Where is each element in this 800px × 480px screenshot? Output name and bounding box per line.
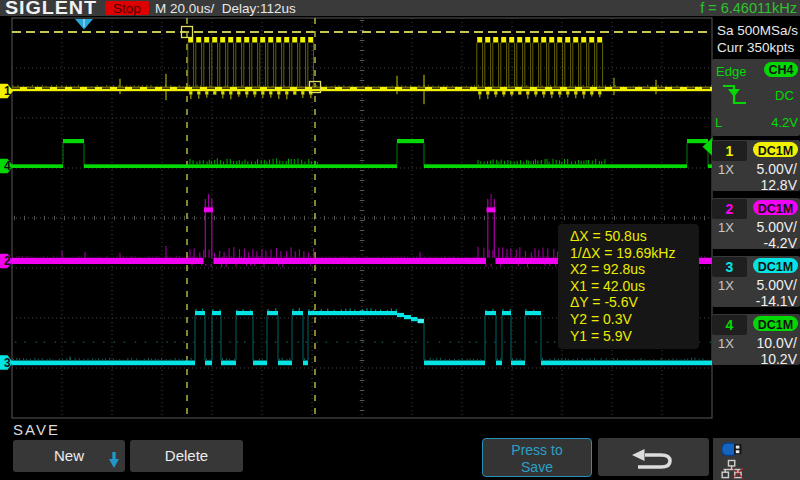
svg-text:3: 3 bbox=[4, 356, 11, 370]
svg-text:1: 1 bbox=[4, 84, 11, 98]
svg-text:4: 4 bbox=[4, 159, 11, 173]
svg-text:2: 2 bbox=[4, 254, 11, 268]
